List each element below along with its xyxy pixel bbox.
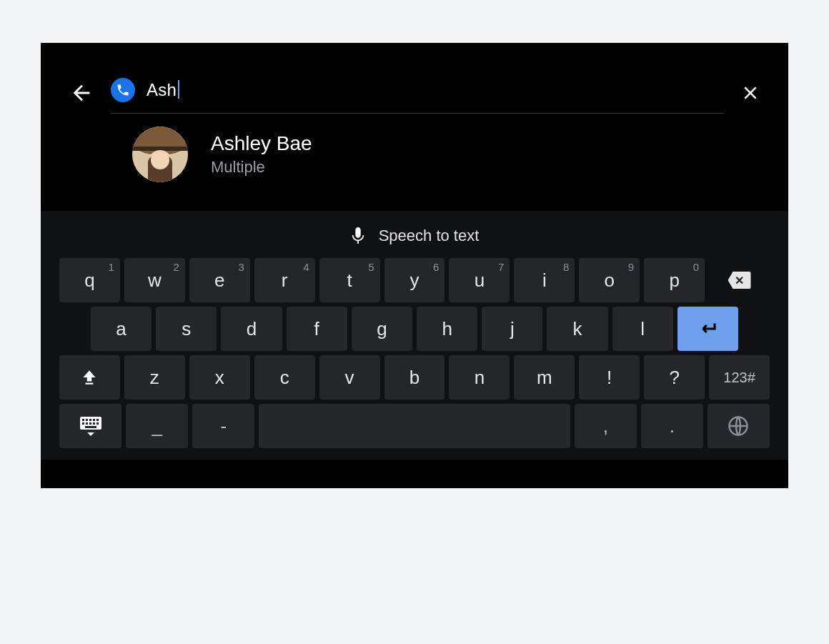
key-r[interactable]: r4 — [254, 258, 315, 302]
speech-to-text-label: Speech to text — [379, 227, 480, 245]
back-button[interactable] — [69, 81, 94, 105]
result-text: Ashley Bae Multiple — [211, 132, 312, 177]
key-y[interactable]: y6 — [384, 258, 445, 302]
key-z[interactable]: z — [124, 355, 185, 400]
key-v[interactable]: v — [319, 355, 380, 400]
key-f[interactable]: f — [287, 307, 347, 351]
svg-rect-16 — [93, 422, 95, 425]
key-n[interactable]: n — [449, 355, 510, 400]
svg-rect-12 — [96, 419, 99, 421]
svg-rect-8 — [82, 419, 84, 421]
result-name: Ashley Bae — [211, 132, 312, 155]
search-field[interactable]: Ash — [111, 71, 724, 114]
close-icon — [741, 84, 760, 102]
enter-key[interactable] — [677, 307, 738, 351]
speech-to-text-button[interactable]: Speech to text — [59, 224, 770, 258]
key-![interactable]: ! — [579, 355, 640, 400]
language-key[interactable] — [708, 404, 770, 448]
search-query-text: Ash — [147, 80, 179, 100]
key-t[interactable]: t5 — [319, 258, 380, 302]
result-subtitle: Multiple — [211, 158, 312, 177]
key-a[interactable]: a — [91, 307, 152, 351]
svg-rect-17 — [96, 422, 99, 425]
key-?[interactable]: ? — [644, 355, 705, 400]
backspace-icon: ✕ — [728, 272, 751, 289]
svg-rect-11 — [93, 419, 95, 421]
key-k[interactable]: k — [547, 307, 607, 351]
key-d[interactable]: d — [221, 307, 282, 351]
key-i[interactable]: i8 — [514, 258, 575, 302]
svg-rect-14 — [86, 422, 88, 425]
key-o[interactable]: o9 — [579, 258, 640, 302]
key-u[interactable]: u7 — [449, 258, 510, 302]
phone-icon — [111, 78, 135, 102]
space-key[interactable] — [259, 404, 570, 448]
avatar — [132, 127, 188, 182]
shift-key[interactable] — [59, 355, 120, 400]
keyboard-hide-icon — [79, 415, 103, 437]
search-result[interactable]: Ashley Bae Multiple — [41, 114, 788, 204]
device-frame: Ash Ashley Bae Multiple — [41, 43, 788, 488]
key-h[interactable]: h — [417, 307, 477, 351]
key-l[interactable]: l — [612, 307, 673, 351]
onscreen-keyboard: Speech to text q1w2e3r4t5y6u7i8o9p0✕ asd… — [41, 211, 788, 460]
svg-rect-6 — [86, 383, 94, 385]
svg-rect-10 — [89, 419, 91, 421]
hide-keyboard-key[interactable] — [59, 404, 121, 448]
svg-rect-15 — [89, 422, 91, 425]
key-q[interactable]: q1 — [59, 258, 120, 302]
svg-rect-13 — [82, 422, 84, 425]
enter-icon — [697, 318, 718, 340]
key-j[interactable]: j — [482, 307, 542, 351]
microphone-icon — [350, 227, 366, 245]
arrow-left-icon — [69, 81, 94, 105]
globe-icon — [728, 415, 749, 437]
key-w[interactable]: w2 — [124, 258, 185, 302]
svg-rect-18 — [85, 426, 96, 428]
key-e[interactable]: e3 — [189, 258, 250, 302]
period-key[interactable]: . — [641, 404, 703, 448]
key-b[interactable]: b — [384, 355, 445, 400]
comma-key[interactable]: , — [575, 404, 637, 448]
key-g[interactable]: g — [352, 307, 412, 351]
clear-button[interactable] — [741, 84, 760, 102]
key-p[interactable]: p0 — [644, 258, 705, 302]
key-c[interactable]: c — [254, 355, 315, 400]
symbols-key[interactable]: 123# — [709, 355, 770, 400]
search-bar: Ash — [41, 43, 788, 114]
underscore-key[interactable]: _ — [126, 404, 188, 448]
text-cursor — [178, 80, 179, 99]
key-x[interactable]: x — [189, 355, 250, 400]
dash-key[interactable]: - — [192, 404, 254, 448]
svg-point-5 — [151, 151, 169, 169]
backspace-key[interactable]: ✕ — [709, 258, 770, 302]
key-m[interactable]: m — [514, 355, 575, 400]
svg-rect-9 — [86, 419, 88, 421]
shift-icon — [80, 368, 99, 387]
key-s[interactable]: s — [156, 307, 217, 351]
